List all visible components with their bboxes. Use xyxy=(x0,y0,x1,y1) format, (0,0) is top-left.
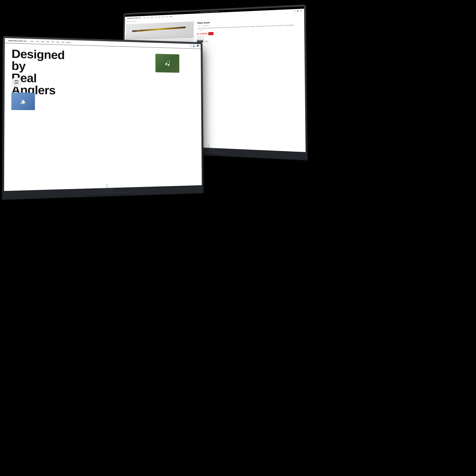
discount-line2: OFF xyxy=(15,82,19,85)
search-icon[interactable]: 🔍 xyxy=(293,10,295,12)
home-nav-icons: 🔍 👤 🛍 xyxy=(189,45,198,47)
nav-link-hats[interactable]: Hats xyxy=(166,16,168,17)
front-monitor: TENKARA ROD Co Rods Lines Bags Nets Flie… xyxy=(2,36,204,200)
price-current: Rs. 15,900.00 xyxy=(197,33,207,35)
home-cart-icon[interactable]: 🛍 xyxy=(196,45,198,48)
hero-line2: by xyxy=(11,59,25,73)
hero-section: Designed by Real Anglers 20% OFF xyxy=(4,43,202,189)
product-nav-icons: 🔍 👤 🛍 xyxy=(293,10,302,12)
home-page: TENKARA ROD Co Rods Lines Bags Nets Flie… xyxy=(4,38,202,191)
home-nav-bags[interactable]: Bags xyxy=(41,41,44,42)
home-search-icon[interactable]: 🔍 xyxy=(189,45,192,47)
home-nav-hats[interactable]: Hats xyxy=(61,41,64,43)
hero-text: Designed by Real Anglers xyxy=(11,48,65,96)
save-line2: 3,400.00 xyxy=(209,34,213,35)
cart-icon[interactable]: 🛍 xyxy=(300,10,302,12)
save-line1: Save Rs. xyxy=(209,32,213,34)
home-nav-flies[interactable]: Flies xyxy=(51,41,54,43)
hero-image-mountain xyxy=(11,92,35,110)
home-nav-nets[interactable]: Nets xyxy=(47,41,49,43)
save-badge: Save Rs. 3,400.00 xyxy=(208,32,213,35)
nav-link-flies[interactable]: Flies xyxy=(158,17,160,18)
home-nav-gear[interactable]: Gear xyxy=(56,41,59,43)
front-monitor-screen: TENKARA ROD Co Rods Lines Bags Nets Flie… xyxy=(4,38,202,191)
review-count: 122 Reviews xyxy=(203,25,209,26)
home-nav-apparel[interactable]: Apparel xyxy=(66,42,71,43)
nav-link-bags[interactable]: Bags xyxy=(151,17,153,18)
nav-link-apparel[interactable]: Apparel xyxy=(169,16,172,17)
rod-image-1 xyxy=(129,22,190,40)
product-main-image xyxy=(126,21,194,40)
product-nav-logo: TENKARA ROD Co xyxy=(127,17,141,19)
style-btn-rod-only[interactable]: Rod Only xyxy=(197,40,203,43)
product-info: Teton Zoom ★★★★☆ 122 Reviews New to Tenk… xyxy=(194,16,306,152)
hero-image-angler xyxy=(155,54,179,73)
nav-link-rods[interactable]: Rods xyxy=(143,17,146,18)
nav-link-lines[interactable]: Lines xyxy=(147,17,150,18)
home-nav-rods[interactable]: Rods xyxy=(31,40,34,42)
back-monitor-apple-logo:  xyxy=(208,144,209,149)
discount-line1: 20% xyxy=(15,80,19,82)
home-nav-lines[interactable]: Lines xyxy=(36,41,39,42)
home-nav-logo: TENKARA ROD Co xyxy=(8,40,27,42)
front-monitor-casing: TENKARA ROD Co Rods Lines Bags Nets Flie… xyxy=(2,36,204,200)
nav-link-nets[interactable]: Nets xyxy=(155,17,157,18)
front-monitor-stand-base xyxy=(85,192,129,196)
account-icon[interactable]: 👤 xyxy=(297,10,299,12)
nav-link-gear[interactable]: Gear xyxy=(162,16,164,17)
discount-badge: 20% OFF xyxy=(11,77,22,87)
home-account-icon[interactable]: 👤 xyxy=(193,45,195,47)
stars: ★★★★☆ xyxy=(197,25,203,27)
front-monitor-apple-logo:  xyxy=(106,183,108,189)
style-btn-full-kit[interactable]: Full Kit xyxy=(204,40,209,43)
